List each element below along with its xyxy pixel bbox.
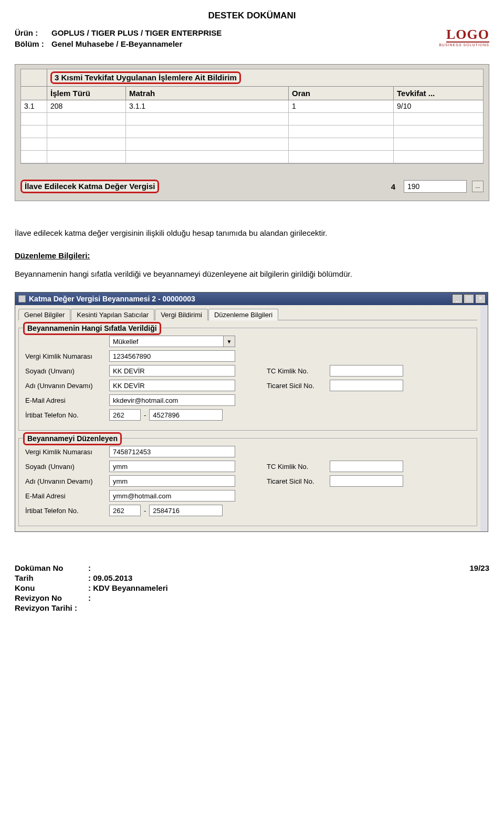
label-tc: TC Kimlik No. [267,367,330,375]
paragraph-duzenleme: Beyannamenin hangi sıfatla verildiği ve … [15,268,489,279]
table-row[interactable]: 3.1 208 3.1.1 1 9/10 [21,100,483,113]
label-ticaret: Ticaret Sicil No. [267,477,330,485]
footer-konu-value: : KDV Beyannameleri [88,583,168,592]
cell[interactable] [47,151,126,163]
footer-tarih-value: : 09.05.2013 [88,573,168,582]
label-ticaret: Ticaret Sicil No. [267,382,330,390]
cell[interactable] [289,113,394,126]
dash: - [144,507,146,515]
footer-revno-value: : [88,593,168,602]
doc-header: Ürün : GOPLUS / TIGER PLUS / TIGER ENTER… [15,28,489,48]
cell[interactable] [47,126,126,138]
minimize-button[interactable]: _ [452,294,463,304]
doc-footer: Doküman No : Tarih : 09.05.2013 Konu : K… [15,563,489,612]
cell[interactable] [126,113,289,126]
soyadi-input[interactable] [109,461,235,472]
hdr-urun-value: GOPLUS / TIGER PLUS / TIGER ENTERPRISE [51,28,222,37]
cell[interactable] [289,151,394,163]
section-heading-duzenleme: Düzenleme Bilgileri: [15,251,489,260]
window-titlebar: Katma Değer Vergisi Beyannamesi 2 - 0000… [15,293,488,305]
ticaret-input[interactable] [330,475,403,487]
adi-input[interactable] [109,380,235,391]
cell[interactable] [126,126,289,138]
footer-konu-label: Konu [15,583,88,592]
label-adi: Adı (Unvanın Devamı) [25,477,109,485]
label-soyadi: Soyadı (Unvanı) [25,463,109,471]
legend-sifat: Beyannamenin Hangi Sıfatla Verildiği [23,322,161,335]
label-vkn: Vergi Kimlik Numarası [25,448,109,456]
tab-genel-bilgiler[interactable]: Genel Bilgiler [18,309,70,320]
sifat-dropdown[interactable] [109,336,224,347]
table-row[interactable] [21,138,483,151]
label-email: E-Mail Adresi [25,492,109,500]
email-input[interactable] [109,394,235,406]
cell[interactable]: 3.1.1 [126,100,289,113]
label-email: E-Mail Adresi [25,396,109,404]
adi-input[interactable] [109,475,235,487]
cell[interactable]: 9/10 [394,100,483,113]
tel-area-input[interactable] [109,409,141,421]
table-row[interactable] [21,113,483,126]
tab-duzenleme-bilgileri[interactable]: Düzenleme Bilgileri [208,309,278,320]
tab-kesinti-saticilar[interactable]: Kesinti Yapılan Satıcılar [71,309,154,320]
tel-num-input[interactable] [149,409,223,421]
legend-duzenleyen: Beyannameyi Düzenleyen [23,432,122,445]
cell[interactable] [47,113,126,126]
cell[interactable] [394,113,483,126]
cell[interactable] [289,126,394,138]
hdr-urun-label: Ürün : [15,28,51,37]
maximize-button[interactable]: □ [464,294,474,304]
screenshot-tevkifat-panel: 3 Kısmi Tevkifat Uygulanan İşlemlere Ait… [15,64,489,201]
ilave-label: İlave Edilecek Katma Değer Vergisi [20,180,159,193]
window-icon [18,295,26,302]
chevron-down-icon[interactable]: ▼ [224,336,235,347]
cell[interactable] [21,151,47,163]
cell[interactable]: 1 [289,100,394,113]
window-beyanname: Katma Değer Vergisi Beyannamesi 2 - 0000… [15,292,488,532]
cell[interactable] [126,151,289,163]
cell[interactable] [21,126,47,138]
dash: - [144,411,146,419]
cell[interactable] [394,138,483,151]
col-oran: Oran [289,87,394,100]
logo-text: LOGO [446,28,489,43]
cell[interactable] [394,126,483,138]
col-matrah: Matrah [126,87,289,100]
cell[interactable] [47,138,126,151]
cell[interactable]: 3.1 [21,100,47,113]
vkn-input[interactable] [109,350,235,362]
hdr-bolum-value: Genel Muhasebe / E-Beyannameler [51,39,222,48]
table-row[interactable] [21,151,483,163]
tc-input[interactable] [330,461,403,472]
logo-sub: BUSINESS SOLUTIONS [439,43,489,47]
cell[interactable]: 208 [47,100,126,113]
ilave-number: 4 [391,182,395,191]
label-tc: TC Kimlik No. [267,463,330,471]
label-adi: Adı (Unvanın Devamı) [25,382,109,390]
cell[interactable] [126,138,289,151]
ellipsis-button[interactable]: ... [472,181,484,192]
ilave-input[interactable] [404,180,467,193]
email-input[interactable] [109,490,235,502]
col-islem-turu: İşlem Türü [47,87,126,100]
cell[interactable] [394,151,483,163]
tab-vergi-bildirimi[interactable]: Vergi Bildirimi [155,309,208,320]
paragraph-ilave: İlave edilecek katma değer vergisinin il… [15,227,489,238]
footer-revno-label: Revizyon No [15,593,88,602]
vkn-input[interactable] [109,446,235,457]
close-button[interactable]: × [475,294,486,304]
label-vkn: Vergi Kimlik Numarası [25,352,109,360]
tel-num-input[interactable] [149,505,223,516]
table-row[interactable] [21,126,483,138]
tc-input[interactable] [330,365,403,377]
cell[interactable] [289,138,394,151]
tel-area-input[interactable] [109,505,141,516]
label-soyadi: Soyadı (Unvanı) [25,367,109,375]
ticaret-input[interactable] [330,380,403,391]
hdr-bolum-label: Bölüm : [15,39,51,48]
window-title: Katma Değer Vergisi Beyannamesi 2 - 0000… [29,295,452,303]
cell[interactable] [21,113,47,126]
soyadi-input[interactable] [109,365,235,377]
logo: LOGO BUSINESS SOLUTIONS [439,28,489,47]
cell[interactable] [21,138,47,151]
